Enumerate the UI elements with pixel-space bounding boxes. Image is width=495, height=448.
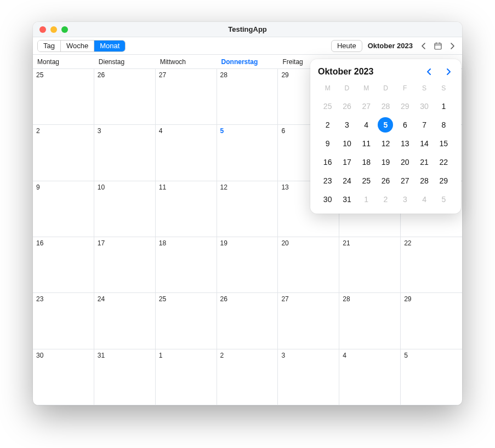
month-day-cell[interactable]: 10 <box>94 181 156 237</box>
maximize-window-button[interactable] <box>61 26 68 33</box>
month-day-cell[interactable]: 24 <box>94 293 156 349</box>
titlebar: TestingApp <box>33 22 462 37</box>
current-month-label: Oktober 2023 <box>366 42 415 50</box>
close-window-button[interactable] <box>39 26 46 33</box>
popover-day-cell[interactable]: 9 <box>318 135 337 152</box>
month-day-cell[interactable]: 11 <box>156 181 217 237</box>
date-picker-button[interactable] <box>433 40 443 52</box>
popover-day-cell[interactable]: 24 <box>337 172 356 189</box>
month-day-cell[interactable]: 12 <box>217 181 278 237</box>
popover-day-header: D <box>337 82 356 96</box>
month-day-cell[interactable]: 3 <box>94 125 156 181</box>
calendar-icon <box>434 42 442 50</box>
popover-day-cell[interactable]: 12 <box>376 135 395 152</box>
popover-day-cell[interactable]: 3 <box>337 116 356 134</box>
popover-day-cell[interactable]: 10 <box>337 135 356 152</box>
popover-day-cell[interactable]: 23 <box>318 172 337 189</box>
month-day-cell[interactable]: 4 <box>339 349 401 405</box>
popover-day-cell[interactable]: 13 <box>395 135 414 152</box>
month-day-cell[interactable]: 26 <box>94 69 156 125</box>
month-day-cell[interactable]: 23 <box>33 293 94 349</box>
popover-day-cell[interactable]: 19 <box>376 153 395 171</box>
popover-day-cell[interactable]: 28 <box>414 172 434 189</box>
popover-day-cell[interactable]: 17 <box>337 153 356 171</box>
popover-day-cell[interactable]: 27 <box>357 97 376 115</box>
view-mode-day-button[interactable]: Tag <box>38 41 61 51</box>
popover-day-cell[interactable]: 1 <box>434 97 453 115</box>
popover-day-cell[interactable]: 26 <box>337 97 356 115</box>
month-day-cell[interactable]: 27 <box>156 69 217 125</box>
day-header: Dienstag <box>94 55 156 68</box>
popover-day-cell[interactable]: 8 <box>434 116 453 134</box>
popover-day-cell[interactable]: 29 <box>395 97 414 115</box>
month-day-cell[interactable]: 17 <box>94 237 156 293</box>
popover-day-cell[interactable]: 14 <box>414 135 434 152</box>
month-day-cell[interactable]: 28 <box>217 69 278 125</box>
popover-day-cell[interactable]: 15 <box>434 135 453 152</box>
month-day-cell[interactable]: 25 <box>156 293 217 349</box>
month-day-cell[interactable]: 9 <box>33 181 94 237</box>
month-day-cell[interactable]: 28 <box>339 293 401 349</box>
popover-day-cell[interactable]: 11 <box>357 135 376 152</box>
month-day-cell[interactable]: 31 <box>94 349 156 405</box>
month-day-cell[interactable]: 30 <box>33 349 94 405</box>
month-day-cell[interactable]: 1 <box>156 349 217 405</box>
month-day-cell[interactable]: 2 <box>33 125 94 181</box>
popover-day-cell[interactable]: 26 <box>376 172 395 189</box>
month-day-cell[interactable]: 22 <box>401 237 462 293</box>
popover-day-cell[interactable]: 28 <box>376 97 395 115</box>
popover-day-cell[interactable]: 30 <box>414 97 434 115</box>
view-mode-month-button[interactable]: Monat <box>94 41 125 51</box>
month-day-cell[interactable]: 20 <box>278 237 339 293</box>
month-day-cell[interactable]: 18 <box>156 237 217 293</box>
month-day-cell[interactable]: 27 <box>278 293 339 349</box>
popover-day-cell[interactable]: 7 <box>414 116 434 134</box>
month-day-cell[interactable]: 26 <box>217 293 278 349</box>
month-day-cell[interactable]: 21 <box>339 237 401 293</box>
popover-day-cell[interactable]: 25 <box>318 97 337 115</box>
popover-day-cell[interactable]: 1 <box>357 191 376 208</box>
popover-day-cell[interactable]: 20 <box>395 153 414 171</box>
popover-day-cell[interactable]: 4 <box>357 116 376 134</box>
popover-day-cell[interactable]: 29 <box>434 172 453 189</box>
popover-day-header: M <box>318 82 337 96</box>
popover-next-month-button[interactable] <box>443 67 453 77</box>
popover-day-cell[interactable]: 16 <box>318 153 337 171</box>
month-day-cell[interactable]: 25 <box>33 69 94 125</box>
popover-day-cell[interactable]: 25 <box>357 172 376 189</box>
view-mode-week-button[interactable]: Woche <box>61 41 94 51</box>
month-day-cell[interactable]: 19 <box>217 237 278 293</box>
month-day-cell[interactable]: 2 <box>217 349 278 405</box>
month-day-cell[interactable]: 5 <box>401 349 462 405</box>
popover-day-cell[interactable]: 5 <box>434 191 453 208</box>
month-day-cell[interactable]: 4 <box>156 125 217 181</box>
popover-day-cell[interactable]: 27 <box>395 172 414 189</box>
prev-month-button[interactable] <box>418 40 429 52</box>
popover-day-cell[interactable]: 18 <box>357 153 376 171</box>
date-picker-popover: Oktober 2023 MDMDFSS25262728293012345678… <box>310 59 461 214</box>
popover-day-cell[interactable]: 31 <box>337 191 356 208</box>
popover-day-cell[interactable]: 21 <box>414 153 434 171</box>
view-mode-segmented-control: Tag Woche Monat <box>37 40 126 52</box>
month-day-cell[interactable]: 3 <box>278 349 339 405</box>
month-day-cell[interactable]: 5 <box>217 125 278 181</box>
popover-day-cell[interactable]: 22 <box>434 153 453 171</box>
day-header: Montag <box>33 55 94 68</box>
day-header: Donnerstag <box>217 55 278 68</box>
today-button[interactable]: Heute <box>331 40 362 52</box>
month-day-cell[interactable]: 16 <box>33 237 94 293</box>
popover-day-cell[interactable]: 2 <box>376 191 395 208</box>
popover-day-cell[interactable]: 4 <box>414 191 434 208</box>
popover-day-cell[interactable]: 5 <box>376 116 395 134</box>
month-day-cell[interactable]: 29 <box>401 293 462 349</box>
popover-day-cell[interactable]: 30 <box>318 191 337 208</box>
popover-day-cell[interactable]: 3 <box>395 191 414 208</box>
popover-day-header: D <box>376 82 395 96</box>
next-month-button[interactable] <box>447 40 458 52</box>
popover-day-cell[interactable]: 6 <box>395 116 414 134</box>
popover-title: Oktober 2023 <box>318 67 373 77</box>
minimize-window-button[interactable] <box>50 26 57 33</box>
svg-rect-0 <box>435 43 441 49</box>
popover-prev-month-button[interactable] <box>424 67 434 77</box>
popover-day-cell[interactable]: 2 <box>318 116 337 134</box>
